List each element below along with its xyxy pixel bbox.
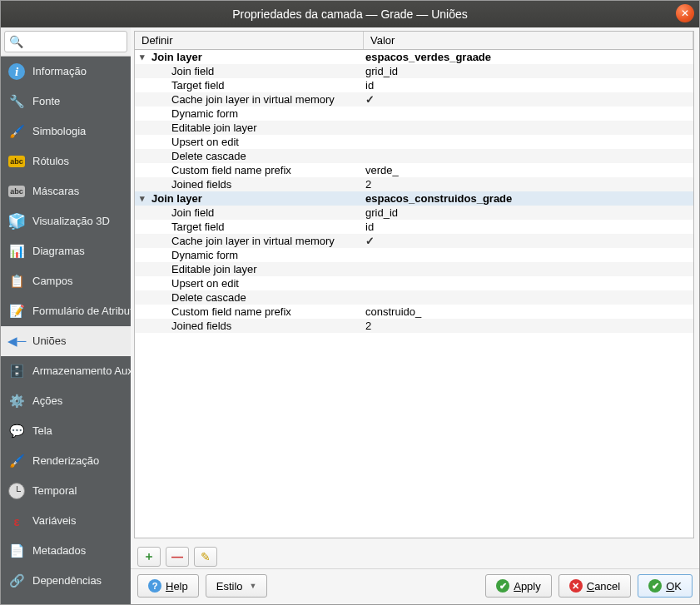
sidebar-item-label: Formulário de Atributos xyxy=(32,305,131,318)
sidebar-item-uni-es[interactable]: ◀─Uniões xyxy=(1,326,131,356)
apply-button[interactable]: ✔ Apply xyxy=(485,574,552,598)
join-property-row[interactable]: Target fieldid xyxy=(135,78,693,92)
join-property-row[interactable]: Cache join layer in virtual memory✓ xyxy=(135,234,693,248)
tooltip-icon: 💬 xyxy=(7,422,26,440)
property-name: Upsert on edit xyxy=(171,136,239,148)
col-header-def[interactable]: Definir xyxy=(135,32,364,49)
style-label: Estilo xyxy=(216,580,243,593)
cancel-icon: ✕ xyxy=(569,579,583,593)
join-property-row[interactable]: Dynamic form xyxy=(135,107,693,121)
join-property-row[interactable]: Dynamic form xyxy=(135,248,693,262)
info-icon: i xyxy=(7,62,26,81)
sidebar-item-label: Máscaras xyxy=(32,185,79,198)
join-property-row[interactable]: Custom field name prefixverde_ xyxy=(135,163,693,177)
help-button[interactable]: ? Help xyxy=(137,574,199,598)
join-property-row[interactable]: Delete cascade xyxy=(135,290,693,305)
search-icon: 🔍 xyxy=(9,35,23,48)
property-name: Editable join layer xyxy=(171,263,257,275)
add-join-button[interactable]: ＋ xyxy=(137,547,161,567)
window: Propriedades da camada — Grade — Uniões … xyxy=(0,0,700,605)
sidebar-item-formul-rio-de-atributos[interactable]: 📝Formulário de Atributos xyxy=(1,296,131,326)
sidebar-item-depend-ncias[interactable]: 🔗Dependências xyxy=(1,566,131,596)
join-property-row[interactable]: Joined fields2 xyxy=(135,319,693,333)
sidebar-item-r-tulos[interactable]: abcRótulos xyxy=(1,146,131,176)
property-name: Dynamic form xyxy=(171,249,238,261)
edit-join-button[interactable]: ✎ xyxy=(194,547,217,567)
join-group[interactable]: ▾Join layerespacos_construidos_grade xyxy=(135,191,693,206)
help-label: Help xyxy=(166,580,188,593)
property-name: Dynamic form xyxy=(171,107,238,120)
sidebar-item-label: Informação xyxy=(32,65,87,78)
style-button[interactable]: Estilo ▼ xyxy=(206,574,268,598)
dialog-footer: ? Help Estilo ▼ ✔ Apply ✕ Cancel ✔ xyxy=(131,568,699,604)
join-property-row[interactable]: Editable join layer xyxy=(135,262,693,276)
join-property-row[interactable]: Upsert on edit xyxy=(135,276,693,290)
property-name: Custom field name prefix xyxy=(171,164,291,176)
property-name: Join field xyxy=(171,206,214,219)
sidebar-item-fonte[interactable]: 🔧Fonte xyxy=(1,87,131,117)
sidebar-item-label: Diagramas xyxy=(32,245,85,258)
join-property-row[interactable]: Join fieldgrid_id xyxy=(135,206,693,220)
remove-join-button[interactable]: — xyxy=(166,547,189,567)
ok-button[interactable]: ✔ OK xyxy=(638,574,693,598)
content-area: 🔍 iInformação🔧Fonte🖌️SimbologiaabcRótulo… xyxy=(1,27,699,604)
join-property-row[interactable]: Joined fields2 xyxy=(135,177,693,191)
sidebar-item-label: Rótulos xyxy=(32,155,69,168)
sidebar-item-simbologia[interactable]: 🖌️Simbologia xyxy=(1,117,131,146)
col-header-val[interactable]: Valor xyxy=(364,32,693,49)
join-property-row[interactable]: Join fieldgrid_id xyxy=(135,64,693,78)
sidebar-item-label: Tela xyxy=(32,424,52,438)
group-value: espacos_construidos_grade xyxy=(364,192,693,205)
sidebar-item-label: Renderização xyxy=(32,454,99,468)
sidebar-item-vari-veis[interactable]: εVariáveis xyxy=(1,506,131,536)
sidebar-item-informa-o[interactable]: iInformação xyxy=(1,57,131,87)
minus-icon: — xyxy=(171,550,183,563)
sidebar: 🔍 iInformação🔧Fonte🖌️SimbologiaabcRótulo… xyxy=(1,27,131,604)
join-group[interactable]: ▾Join layerespacos_verdes_graade xyxy=(135,50,693,64)
join-property-row[interactable]: Cache join layer in virtual memory✓ xyxy=(135,92,693,107)
sidebar-item-tela[interactable]: 💬Tela xyxy=(1,416,131,446)
sidebar-item-renderiza-o[interactable]: 🖌️Renderização xyxy=(1,446,131,476)
form-icon: 📝 xyxy=(7,302,26,320)
sidebar-item-label: Ações xyxy=(32,394,62,408)
join-property-row[interactable]: Custom field name prefixconstruido_ xyxy=(135,305,693,319)
sidebar-item-label: Campos xyxy=(32,275,72,288)
tree-body[interactable]: ▾Join layerespacos_verdes_graadeJoin fie… xyxy=(135,50,693,538)
sidebar-item-temporal[interactable]: Temporal xyxy=(1,476,131,506)
group-label: Join layer xyxy=(151,51,202,63)
vars-icon: ε xyxy=(7,512,26,530)
join-property-row[interactable]: Upsert on edit xyxy=(135,135,693,149)
property-name: Joined fields xyxy=(171,178,231,191)
join-property-row[interactable]: Target fieldid xyxy=(135,220,693,234)
join-property-row[interactable]: Delete cascade xyxy=(135,149,693,163)
chevron-down-icon: ▼ xyxy=(250,582,257,590)
cancel-button[interactable]: ✕ Cancel xyxy=(559,574,631,598)
sidebar-item-diagramas[interactable]: 📊Diagramas xyxy=(1,236,131,266)
ok-icon: ✔ xyxy=(648,579,662,593)
group-label: Join layer xyxy=(151,192,202,205)
sidebar-item-metadados[interactable]: 📄Metadados xyxy=(1,536,131,566)
sidebar-item-armazenamento-auxiliar[interactable]: 🗄️Armazenamento Auxiliar xyxy=(1,356,131,386)
sidebar-item-label: Metadados xyxy=(32,544,86,558)
property-name: Editable join layer xyxy=(171,121,257,134)
property-name: Cache join layer in virtual memory xyxy=(171,93,335,106)
close-button[interactable]: ✕ xyxy=(676,4,694,22)
sidebar-item-visualiza-o-3d[interactable]: 🧊Visualização 3D xyxy=(1,206,131,236)
collapse-icon[interactable]: ▾ xyxy=(137,193,148,204)
property-name: Target field xyxy=(171,79,225,92)
property-value: ✓ xyxy=(364,93,693,106)
sidebar-list: iInformação🔧Fonte🖌️SimbologiaabcRótulosa… xyxy=(1,57,131,604)
sidebar-item-label: Visualização 3D xyxy=(32,215,110,228)
sidebar-item-a-es[interactable]: ⚙️Ações xyxy=(1,386,131,416)
collapse-icon[interactable]: ▾ xyxy=(137,52,148,62)
sidebar-item-m-scaras[interactable]: abcMáscaras xyxy=(1,176,131,206)
sidebar-item-campos[interactable]: 📋Campos xyxy=(1,266,131,296)
abc-icon: abc xyxy=(7,152,26,171)
apply-label: Apply xyxy=(514,580,541,593)
join-property-row[interactable]: Editable join layer xyxy=(135,121,693,135)
sidebar-item-label: Armazenamento Auxiliar xyxy=(32,364,131,378)
abc-grey-icon: abc xyxy=(7,182,26,201)
titlebar: Propriedades da camada — Grade — Uniões … xyxy=(1,1,699,27)
ok-label: OK xyxy=(666,580,682,593)
meta-icon: 📄 xyxy=(7,542,26,560)
